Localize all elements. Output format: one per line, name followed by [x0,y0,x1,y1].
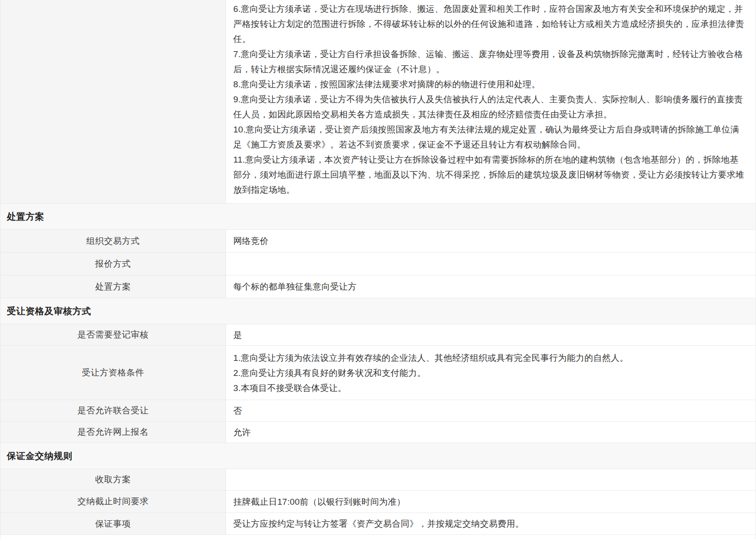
field-value-line: 8.意向受让方须承诺，按照国家法律法规要求对摘牌的标的物进行使用和处理。 [233,77,746,92]
table-row: 组织交易方式网络竞价 [0,229,756,252]
field-label-text: 是否允许联合受让 [78,405,149,417]
field-label-text: 组织交易方式 [86,235,140,247]
table-row: 处置方案每个标的都单独征集意向受让方 [0,275,756,298]
field-label: 是否允许联合受让 [0,400,226,421]
field-label: 是否允许网上报名 [0,422,226,443]
section-header-row: 受让资格及审核方式 [0,298,756,324]
section-header-row: 保证金交纳规则 [0,443,756,469]
table-row: 6.意向受让方须承诺，受让方在现场进行拆除、搬运、危固废处置和相关工作时，应符合… [0,0,756,203]
field-value: 6.意向受让方须承诺，受让方在现场进行拆除、搬运、危固废处置和相关工作时，应符合… [226,0,756,203]
table-row: 报价方式 [0,252,756,275]
field-label-text: 是否需要登记审核 [78,329,149,341]
field-label-text: 交纳截止时间要求 [78,496,149,507]
field-value [226,253,756,275]
field-label-text: 保证事项 [95,518,131,530]
field-value-line: 2.意向受让方须具有良好的财务状况和支付能力。 [233,365,746,380]
field-value-line: 受让方应按约定与转让方签署《资产交易合同》，并按规定交纳交易费用。 [233,516,746,531]
field-label-text: 报价方式 [95,258,131,270]
field-value-line: 挂牌截止日17:00前（以银行到账时间为准） [233,494,746,509]
table-row: 保证事项受让方应按约定与转让方签署《资产交易合同》，并按规定交纳交易费用。 [0,513,756,534]
field-value: 允许 [226,422,756,443]
field-value-line: 1.意向受让方须为依法设立并有效存续的企业法人、其他经济组织或具有完全民事行为能… [233,350,746,365]
field-label-text: 收取方案 [95,474,131,486]
table-row: 交纳截止时间要求挂牌截止日17:00前（以银行到账时间为准） [0,490,756,513]
section-title: 受让资格及审核方式 [7,305,91,317]
field-value-line: 3.本项目不接受联合体受让。 [233,380,746,396]
field-value-line: 每个标的都单独征集意向受让方 [233,279,746,294]
field-value-line: 是 [233,328,746,343]
field-label-text: 受让方资格条件 [82,367,144,379]
field-value-line: 7.意向受让方须承诺，受让方自行承担设备拆除、运输、搬运、废弃物处理等费用，设备… [233,47,746,77]
field-value: 1.意向受让方须为依法设立并有效存续的企业法人、其他经济组织或具有完全民事行为能… [226,346,756,400]
table-row: 是否允许网上报名允许 [0,421,756,443]
field-label: 是否需要登记审核 [0,324,226,345]
section-title: 保证金交纳规则 [7,450,73,462]
table-bottom-strip [0,534,756,539]
field-value [226,469,756,490]
field-value: 网络竞价 [226,230,756,252]
section-title: 处置方案 [7,211,44,223]
field-value-line: 10.意向受让方须承诺，受让资产后须按照国家及地方有关法律法规的规定处置，确认为… [233,122,746,152]
field-label: 处置方案 [0,275,226,298]
field-label: 组织交易方式 [0,230,226,252]
field-label-text: 是否允许网上报名 [78,426,149,438]
field-value-line: 9.意向受让方须承诺，受让方不得为失信被执行人及失信被执行人的法定代表人、主要负… [233,92,746,122]
field-label: 交纳截止时间要求 [0,491,226,513]
field-value-line: 网络竞价 [233,233,746,248]
field-value-line: 11.意向受让方须承诺，本次资产转让受让方在拆除设备过程中如有需要拆除标的所在地… [233,152,746,197]
field-value: 受让方应按约定与转让方签署《资产交易合同》，并按规定交纳交易费用。 [226,513,756,534]
field-label: 受让方资格条件 [0,346,226,400]
field-value: 每个标的都单独征集意向受让方 [226,275,756,298]
field-value-line: 否 [233,403,746,418]
field-value: 否 [226,400,756,421]
field-label [0,0,226,203]
field-label: 保证事项 [0,513,226,534]
asset-listing-detail-table: 6.意向受让方须承诺，受让方在现场进行拆除、搬运、危固废处置和相关工作时，应符合… [0,0,756,539]
field-value-line: 允许 [233,425,746,440]
field-value-line: 6.意向受让方须承诺，受让方在现场进行拆除、搬运、危固废处置和相关工作时，应符合… [233,1,746,47]
field-value: 是 [226,324,756,345]
field-label-text: 处置方案 [95,281,131,293]
table-row: 是否允许联合受让否 [0,400,756,421]
field-value: 挂牌截止日17:00前（以银行到账时间为准） [226,491,756,513]
field-label: 报价方式 [0,253,226,275]
section-header-row: 处置方案 [0,203,756,229]
field-label: 收取方案 [0,469,226,490]
table-row: 收取方案 [0,469,756,490]
table-row: 是否需要登记审核是 [0,324,756,345]
table-row: 受让方资格条件1.意向受让方须为依法设立并有效存续的企业法人、其他经济组织或具有… [0,345,756,400]
